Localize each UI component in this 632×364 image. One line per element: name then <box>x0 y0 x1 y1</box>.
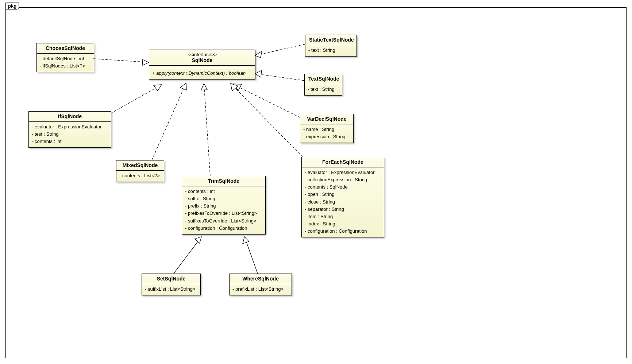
method-label: + apply(context : DynamicContext) : bool… <box>152 70 252 77</box>
svg-line-4 <box>260 74 304 81</box>
svg-line-8 <box>238 86 300 117</box>
svg-line-14 <box>235 88 302 157</box>
svg-marker-13 <box>201 84 207 90</box>
svg-line-6 <box>111 87 157 113</box>
svg-line-16 <box>174 241 198 274</box>
svg-marker-7 <box>154 85 162 91</box>
svg-marker-3 <box>255 51 262 58</box>
svg-marker-17 <box>195 237 201 243</box>
svg-line-18 <box>246 242 258 274</box>
svg-marker-9 <box>233 84 242 90</box>
svg-line-10 <box>152 88 184 160</box>
class-setsqlnode: SetSqlNode - suffixList : List<String> <box>142 274 201 295</box>
svg-marker-1 <box>142 59 149 65</box>
class-ifsqlnode: IfSqlNode - evaluator : ExpressionEvalua… <box>28 111 111 148</box>
stereotype-label: <<interface>> <box>149 50 255 57</box>
interface-name: SqlNode <box>149 57 255 66</box>
svg-marker-5 <box>255 70 262 77</box>
class-statictextsqlnode: StaticTextSqlNode - text : String <box>305 35 357 57</box>
class-choosesqlnode: ChooseSqlNode - defaultSqlNode : int - i… <box>36 43 94 72</box>
class-wheresqlnode: WhereSqlNode - prefixList : List<String> <box>229 274 292 295</box>
svg-line-2 <box>260 44 305 54</box>
class-vardeclsqlnode: VarDeclSqlNode - name : String - express… <box>300 114 354 143</box>
package-label: pkg <box>5 3 19 9</box>
class-mixedsqlnode: MixedSqlNode - contents : List<?> <box>116 160 164 182</box>
package-frame: pkg <<interface>> SqlNode + apply(contex… <box>5 7 627 358</box>
class-foreachsqlnode: ForEachSqlNode - evaluator : ExpressionE… <box>301 157 384 237</box>
svg-line-0 <box>93 59 144 62</box>
svg-marker-19 <box>243 237 249 244</box>
svg-line-12 <box>204 89 210 176</box>
class-trimsqlnode: TrimSqlNode - contents : int - suffix : … <box>182 176 266 235</box>
class-textsqlnode: TextSqlNode - text : String <box>304 74 342 96</box>
svg-marker-11 <box>180 83 186 90</box>
interface-sqlnode: <<interface>> SqlNode + apply(context : … <box>149 50 255 80</box>
svg-marker-15 <box>231 84 238 91</box>
